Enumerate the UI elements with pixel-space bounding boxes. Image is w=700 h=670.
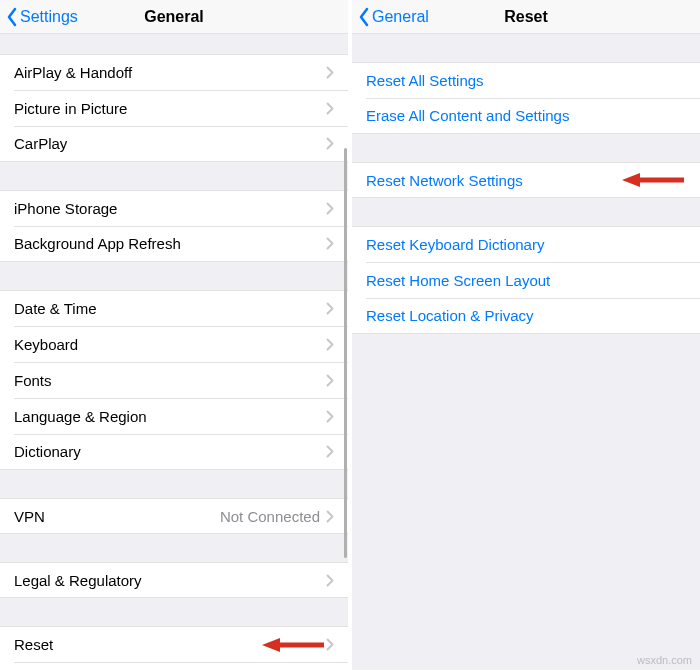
row-vpn[interactable]: VPNNot Connected bbox=[0, 498, 348, 534]
highlight-arrow bbox=[622, 170, 686, 190]
row-detail: Not Connected bbox=[220, 508, 320, 525]
row-shut-down[interactable]: Shut Down bbox=[0, 662, 348, 670]
back-label: Settings bbox=[20, 8, 78, 26]
chevron-right-icon bbox=[326, 102, 334, 115]
row-label: Legal & Regulatory bbox=[14, 572, 326, 589]
chevron-right-icon bbox=[326, 410, 334, 423]
row-date-time[interactable]: Date & Time bbox=[0, 290, 348, 326]
chevron-right-icon bbox=[326, 202, 334, 215]
watermark: wsxdn.com bbox=[637, 654, 692, 666]
chevron-right-icon bbox=[326, 445, 334, 458]
row-airplay-handoff[interactable]: AirPlay & Handoff bbox=[0, 54, 348, 90]
row-reset-network-settings[interactable]: Reset Network Settings bbox=[352, 162, 700, 198]
row-picture-in-picture[interactable]: Picture in Picture bbox=[0, 90, 348, 126]
arrow-left-icon bbox=[622, 170, 686, 190]
row-reset-home-screen-layout[interactable]: Reset Home Screen Layout bbox=[352, 262, 700, 298]
chevron-right-icon bbox=[326, 302, 334, 315]
chevron-right-icon bbox=[326, 66, 334, 79]
row-legal-regulatory[interactable]: Legal & Regulatory bbox=[0, 562, 348, 598]
row-label: Fonts bbox=[14, 372, 326, 389]
row-dictionary[interactable]: Dictionary bbox=[0, 434, 348, 470]
row-reset-all-settings[interactable]: Reset All Settings bbox=[352, 62, 700, 98]
row-label: iPhone Storage bbox=[14, 200, 326, 217]
row-label: Reset Location & Privacy bbox=[366, 307, 686, 324]
chevron-left-icon bbox=[6, 7, 18, 27]
general-settings-pane: Settings General AirPlay & HandoffPictur… bbox=[0, 0, 352, 670]
chevron-right-icon bbox=[326, 137, 334, 150]
chevron-right-icon bbox=[326, 638, 334, 651]
back-label: General bbox=[372, 8, 429, 26]
page-title: General bbox=[144, 8, 204, 26]
chevron-right-icon bbox=[326, 510, 334, 523]
row-reset-keyboard-dictionary[interactable]: Reset Keyboard Dictionary bbox=[352, 226, 700, 262]
chevron-right-icon bbox=[326, 237, 334, 250]
row-label: Language & Region bbox=[14, 408, 326, 425]
row-carplay[interactable]: CarPlay bbox=[0, 126, 348, 162]
row-label: Erase All Content and Settings bbox=[366, 107, 686, 124]
row-label: AirPlay & Handoff bbox=[14, 64, 326, 81]
row-fonts[interactable]: Fonts bbox=[0, 362, 348, 398]
row-label: Date & Time bbox=[14, 300, 326, 317]
chevron-right-icon bbox=[326, 574, 334, 587]
page-title: Reset bbox=[504, 8, 548, 26]
reset-pane: General Reset Reset All SettingsErase Al… bbox=[352, 0, 700, 670]
arrow-left-icon bbox=[262, 635, 326, 655]
row-reset[interactable]: Reset bbox=[0, 626, 348, 662]
row-reset-location-privacy[interactable]: Reset Location & Privacy bbox=[352, 298, 700, 334]
row-label: Reset All Settings bbox=[366, 72, 686, 89]
chevron-left-icon bbox=[358, 7, 370, 27]
row-label: VPN bbox=[14, 508, 220, 525]
chevron-right-icon bbox=[326, 338, 334, 351]
back-button-settings[interactable]: Settings bbox=[0, 7, 78, 27]
row-background-app-refresh[interactable]: Background App Refresh bbox=[0, 226, 348, 262]
highlight-arrow bbox=[262, 635, 326, 655]
row-label: Reset Home Screen Layout bbox=[366, 272, 686, 289]
back-button-general[interactable]: General bbox=[352, 7, 429, 27]
row-label: CarPlay bbox=[14, 135, 326, 152]
row-label: Background App Refresh bbox=[14, 235, 326, 252]
row-keyboard[interactable]: Keyboard bbox=[0, 326, 348, 362]
nav-bar: Settings General bbox=[0, 0, 348, 34]
nav-bar: General Reset bbox=[352, 0, 700, 34]
row-language-region[interactable]: Language & Region bbox=[0, 398, 348, 434]
row-label: Reset Network Settings bbox=[366, 172, 612, 189]
general-content: AirPlay & HandoffPicture in PictureCarPl… bbox=[0, 34, 348, 670]
row-label: Reset Keyboard Dictionary bbox=[366, 236, 686, 253]
row-label: Picture in Picture bbox=[14, 100, 326, 117]
row-label: Keyboard bbox=[14, 336, 326, 353]
svg-marker-1 bbox=[262, 638, 280, 652]
svg-marker-3 bbox=[622, 173, 640, 187]
chevron-right-icon bbox=[326, 374, 334, 387]
scroll-indicator bbox=[344, 148, 347, 558]
row-iphone-storage[interactable]: iPhone Storage bbox=[0, 190, 348, 226]
row-erase-all-content[interactable]: Erase All Content and Settings bbox=[352, 98, 700, 134]
reset-content: Reset All SettingsErase All Content and … bbox=[352, 34, 700, 670]
row-label: Reset bbox=[14, 636, 256, 653]
row-label: Dictionary bbox=[14, 443, 326, 460]
